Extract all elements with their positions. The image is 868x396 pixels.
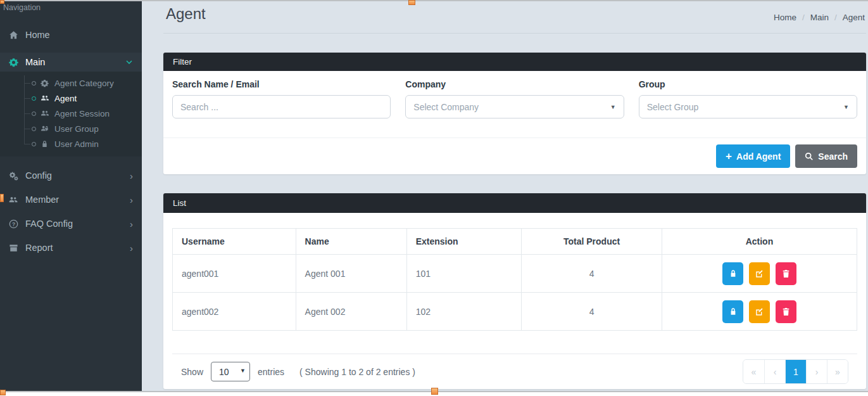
add-agent-label: Add Agent [736, 151, 781, 162]
col-username: Username [173, 229, 296, 255]
trash-icon [782, 307, 790, 316]
sidebar-item-report[interactable]: Report › [0, 239, 142, 257]
col-name: Name [296, 229, 406, 255]
sidebar-item-label: Home [25, 30, 133, 40]
sidebar-item-label: User Admin [54, 139, 99, 149]
entries-label: entries [258, 367, 284, 377]
caret-down-icon: ▼ [610, 104, 616, 110]
selection-handle-top-middle[interactable] [408, 0, 415, 5]
sidebar-section-title: Navigation [0, 0, 142, 18]
chevron-down-icon [125, 58, 133, 66]
filter-panel: Filter Search Name / Email Company Selec… [163, 53, 866, 174]
users-icon [41, 109, 50, 118]
users-icon [8, 195, 18, 205]
select-placeholder: Select Group [647, 102, 699, 112]
col-total-product: Total Product [522, 229, 662, 255]
sidebar-item-user-group[interactable]: User Group [0, 121, 142, 136]
search-label: Search [818, 151, 848, 162]
col-action: Action [662, 229, 857, 255]
edit-icon [755, 307, 764, 316]
sidebar-item-config[interactable]: Config › [0, 167, 142, 184]
sidebar-item-label: User Group [54, 124, 99, 134]
selection-handle-bottom-left[interactable] [0, 390, 6, 395]
sidebar-item-label: Config [25, 170, 123, 181]
field-label: Group [639, 79, 857, 89]
add-agent-button[interactable]: + Add Agent [716, 144, 790, 168]
lock-button[interactable] [722, 300, 743, 323]
page-size-select[interactable]: 10 [211, 362, 250, 381]
sidebar-item-label: Main [25, 57, 118, 67]
agents-table: Username Name Extension Total Product Ac… [172, 228, 857, 331]
table-header-row: Username Name Extension Total Product Ac… [173, 229, 857, 255]
archive-icon [8, 243, 18, 253]
edit-button[interactable] [749, 262, 770, 285]
delete-button[interactable] [776, 262, 796, 285]
show-label: Show [181, 367, 203, 377]
breadcrumb-agent: Agent [843, 13, 865, 22]
question-circle-icon: ? [8, 219, 18, 229]
search-name-email-input[interactable] [172, 95, 391, 118]
sidebar-item-agent[interactable]: Agent [0, 91, 142, 106]
cell-extension: 102 [406, 293, 522, 331]
cell-name: Agent 002 [296, 293, 406, 331]
breadcrumb: Home / Main / Agent [774, 13, 865, 22]
filter-actions: + Add Agent Search [163, 137, 866, 174]
sidebar-item-user-admin[interactable]: User Admin [0, 136, 142, 151]
sidebar-item-label: Agent [54, 94, 77, 103]
page-title: Agent [166, 5, 206, 23]
selection-handle-top-left[interactable] [0, 0, 4, 4]
cell-username: agent001 [173, 255, 296, 293]
sidebar-item-agent-session[interactable]: Agent Session [0, 106, 142, 121]
lock-button[interactable] [722, 262, 743, 285]
pagination-next-button[interactable]: › [806, 360, 827, 383]
breadcrumb-separator: / [802, 13, 805, 22]
breadcrumb-main[interactable]: Main [810, 13, 829, 22]
table-row: agent001 Agent 001 101 4 [173, 255, 857, 293]
sidebar-item-member[interactable]: Member › [0, 191, 142, 208]
cell-actions [662, 255, 857, 293]
group-select[interactable]: Select Group ▼ [639, 95, 857, 118]
sidebar: Navigation Home Main Agent Category [0, 0, 142, 392]
content-header: Agent Home / Main / Agent [163, 0, 866, 23]
sidebar-item-label: Report [25, 243, 123, 253]
trash-icon [782, 269, 790, 278]
list-footer: Show 10 ▼ entries ( Showing 1 to 2 of 2 … [172, 354, 857, 389]
pagination-first-button[interactable]: « [743, 360, 764, 383]
chevron-right-icon: › [130, 171, 133, 181]
delete-button[interactable] [776, 300, 796, 323]
chevron-right-icon: › [130, 243, 133, 253]
field-company: Company Select Company ▼ [405, 79, 624, 118]
list-panel: List Username Name Extension Total Produ… [163, 193, 866, 389]
bullet-icon [32, 81, 36, 86]
gears-icon [8, 170, 18, 181]
pagination: « ‹ 1 › » [743, 359, 848, 384]
pagination-prev-button[interactable]: ‹ [764, 360, 785, 383]
lock-icon [729, 307, 738, 316]
sidebar-item-main[interactable]: Main [0, 53, 142, 72]
sidebar-item-label: FAQ Config [25, 219, 123, 229]
company-select[interactable]: Select Company ▼ [405, 95, 624, 118]
selection-line-top [0, 0, 868, 1]
list-panel-title: List [163, 193, 866, 213]
sidebar-item-faq-config[interactable]: ? FAQ Config › [0, 215, 142, 233]
sidebar-item-home[interactable]: Home [0, 26, 142, 44]
sidebar-item-agent-category[interactable]: Agent Category [0, 75, 142, 91]
pagination-last-button[interactable]: » [827, 360, 848, 383]
sidebar-submenu-main: Agent Category Agent Agent Session [0, 72, 142, 156]
pagination-page-1-button[interactable]: 1 [785, 360, 806, 383]
field-label: Search Name / Email [172, 79, 391, 89]
users-gear-icon [41, 124, 50, 134]
plus-icon: + [726, 151, 732, 162]
bullet-icon [32, 142, 36, 146]
search-button[interactable]: Search [795, 144, 857, 168]
cell-total-product: 4 [522, 293, 662, 331]
breadcrumb-home[interactable]: Home [774, 13, 796, 22]
edit-icon [755, 269, 764, 278]
edit-button[interactable] [749, 300, 770, 323]
chevron-right-icon: › [130, 219, 133, 229]
selection-handle-bottom-middle[interactable] [431, 388, 438, 395]
selection-handle-left-middle[interactable] [0, 194, 4, 202]
header-divider [163, 33, 866, 34]
search-icon [805, 152, 814, 161]
gear-icon [41, 79, 50, 88]
